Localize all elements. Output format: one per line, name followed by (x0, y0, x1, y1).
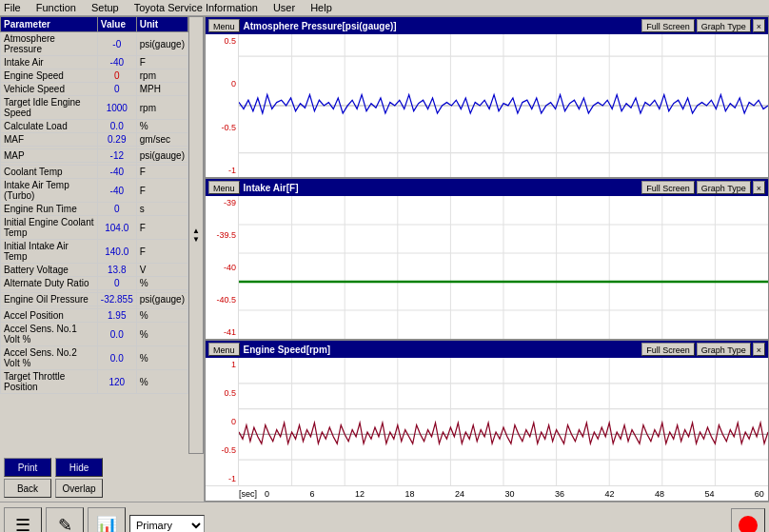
param-name: Calculate Load (1, 120, 98, 133)
param-unit: s (136, 203, 187, 216)
param-name: Atmosphere Pressure (1, 32, 98, 56)
table-scrollbar[interactable]: ▲▼ (188, 16, 204, 454)
param-name: Vehicle Speed (1, 83, 98, 96)
chart3-graphtype-button[interactable]: Graph Type (697, 343, 751, 356)
param-value: 0.29 (97, 133, 136, 147)
param-unit: MPH (136, 83, 187, 96)
param-name: Initial Intake Air Temp (1, 240, 98, 264)
chart2-fullscreen-button[interactable]: Full Screen (641, 181, 695, 194)
chart3-menu-button[interactable]: Menu (208, 343, 240, 356)
overlap-button[interactable]: Overlap (55, 479, 103, 498)
record-circle-icon (739, 516, 758, 532)
back-button[interactable]: Back (4, 479, 51, 498)
param-name: MAF (1, 133, 98, 147)
param-unit: psi(gauge) (136, 293, 187, 306)
param-name: Engine Run Time (1, 203, 98, 216)
chart3-fullscreen-button[interactable]: Full Screen (641, 343, 695, 356)
param-name: Accel Sens. No.2 Volt % (1, 346, 98, 370)
param-name: Accel Position (1, 309, 98, 323)
chart2-close-button[interactable]: × (753, 181, 765, 194)
param-unit: % (136, 309, 187, 323)
chart1-menu-button[interactable]: Menu (208, 19, 240, 32)
menubar: File Function Setup Toyota Service Infor… (0, 0, 769, 16)
table-row: Target Idle Engine Speed1000rpm (1, 96, 188, 120)
chart1-graphtype-button[interactable]: Graph Type (697, 19, 751, 32)
table-row: Atmosphere Pressure-0psi(gauge) (1, 32, 188, 56)
table-row: Intake Air Temp (Turbo)-40F (1, 179, 188, 203)
menu-file[interactable]: File (4, 2, 21, 13)
param-value: 140.0 (97, 240, 136, 264)
chart1-close-button[interactable]: × (753, 19, 765, 32)
table-row: Initial Engine Coolant Temp104.0F (1, 216, 188, 240)
chart3-body: 1 0.5 0 -0.5 -1 (206, 358, 768, 485)
table-row: Intake Air-40F (1, 56, 188, 69)
chart-intake-air: Menu Intake Air[F] Full Screen Graph Typ… (205, 178, 769, 340)
chart-atmosphere: Menu Atmosphere Pressure[psi(gauge)] Ful… (205, 16, 769, 178)
pencil-icon: ✎ (58, 515, 72, 532)
param-value: -32.855 (97, 293, 136, 306)
chart3-close-button[interactable]: × (753, 343, 765, 356)
table-row: Battery Voltage13.8V (1, 264, 188, 277)
table-row: Vehicle Speed0MPH (1, 83, 188, 96)
param-unit: F (136, 56, 187, 69)
param-name: Intake Air Temp (Turbo) (1, 179, 98, 203)
table-row: Engine Run Time0s (1, 203, 188, 216)
menu-user[interactable]: User (273, 2, 295, 13)
right-panel: Menu Atmosphere Pressure[psi(gauge)] Ful… (205, 16, 769, 502)
chart2-y-axis: -39 -39.5 -40 -40.5 -41 (206, 196, 239, 339)
menu-setup[interactable]: Setup (91, 2, 119, 13)
record-button[interactable] (731, 508, 765, 532)
param-name: Coolant Temp (1, 166, 98, 179)
param-name: Intake Air (1, 56, 98, 69)
toolbar-button-3[interactable]: 📊 (88, 507, 126, 532)
col-parameter: Parameter (1, 17, 98, 32)
toolbar-button-1[interactable]: ☰ (4, 507, 42, 532)
hide-button[interactable]: Hide (55, 458, 103, 477)
chart1-fullscreen-button[interactable]: Full Screen (641, 19, 695, 32)
param-value: -40 (97, 166, 136, 179)
chart1-body: 0.5 0 -0.5 -1 (206, 34, 768, 177)
param-name: Initial Engine Coolant Temp (1, 216, 98, 240)
chart2-body: -39 -39.5 -40 -40.5 -41 (206, 196, 768, 339)
list-icon: ☰ (15, 515, 30, 532)
param-name: Battery Voltage (1, 264, 98, 277)
param-unit: F (136, 179, 187, 203)
param-unit: gm/sec (136, 133, 187, 147)
chart3-y-axis: 1 0.5 0 -0.5 -1 (206, 358, 239, 485)
toolbar-button-2[interactable]: ✎ (46, 507, 84, 532)
param-unit: % (136, 370, 187, 394)
table-row: Accel Sens. No.1 Volt %0.0% (1, 323, 188, 346)
param-name: Engine Speed (1, 69, 98, 83)
param-value: 0 (97, 69, 136, 83)
table-row: Initial Intake Air Temp140.0F (1, 240, 188, 264)
param-value: 0.0 (97, 346, 136, 370)
table-row: Accel Sens. No.2 Volt %0.0% (1, 346, 188, 370)
param-name: Accel Sens. No.1 Volt % (1, 323, 98, 346)
param-value: 0 (97, 277, 136, 290)
param-name: Engine Oil Pressure (1, 293, 98, 306)
param-unit: % (136, 120, 187, 133)
param-unit: rpm (136, 96, 187, 120)
param-value: 1.95 (97, 309, 136, 323)
menu-toyota[interactable]: Toyota Service Information (134, 2, 258, 13)
table-row: Alternate Duty Ratio0% (1, 277, 188, 290)
chart1-y-axis: 0.5 0 -0.5 -1 (206, 34, 239, 177)
print-button[interactable]: Print (4, 458, 51, 477)
chart-engine-speed: Menu Engine Speed[rpm] Full Screen Graph… (205, 340, 769, 502)
param-unit: % (136, 323, 187, 346)
chart2-graphtype-button[interactable]: Graph Type (697, 181, 751, 194)
chart3-title: Engine Speed[rpm] (244, 345, 642, 355)
param-unit: rpm (136, 69, 187, 83)
table-row: Engine Speed0rpm (1, 69, 188, 83)
menu-function[interactable]: Function (36, 2, 76, 13)
param-table-scroll[interactable]: Parameter Value Unit Atmosphere Pressure… (0, 16, 188, 454)
chart-icon: 📊 (96, 515, 117, 532)
chart1-area (239, 34, 768, 177)
chart2-menu-button[interactable]: Menu (208, 181, 240, 194)
table-row: Engine Oil Pressure-32.855psi(gauge) (1, 293, 188, 306)
menu-help[interactable]: Help (310, 2, 332, 13)
param-value: 0 (97, 83, 136, 96)
primary-dropdown[interactable]: Primary Secondary (129, 515, 205, 532)
param-unit: % (136, 346, 187, 370)
param-value: -40 (97, 56, 136, 69)
